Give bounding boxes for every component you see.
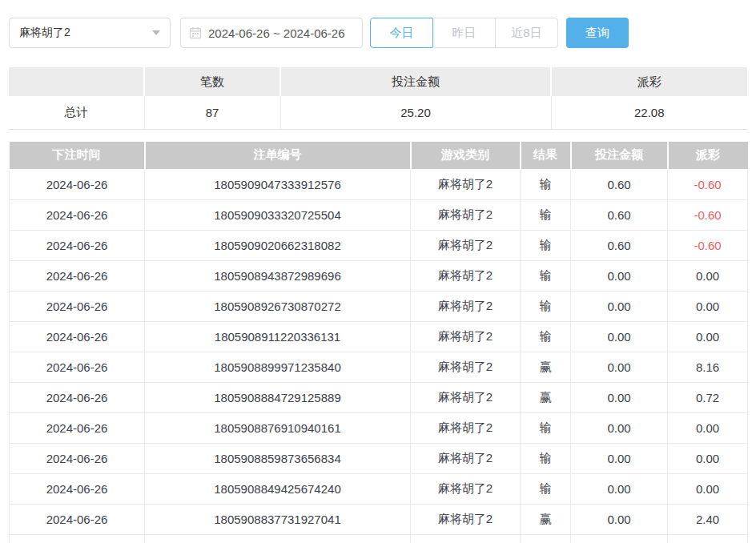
cell-bet-amount: 0.00 bbox=[571, 413, 668, 444]
cell-bet-time: 2024-06-26 bbox=[10, 292, 145, 322]
cell-game-type: 麻将胡了2 bbox=[411, 200, 521, 231]
cell-order-id: 1805908926730870272 bbox=[145, 292, 411, 322]
summary-total-payout: 22.08 bbox=[551, 96, 747, 129]
cell-result: 输 bbox=[521, 200, 571, 231]
cell-bet-time bbox=[10, 535, 145, 543]
header-bet-amount: 投注金额 bbox=[571, 142, 668, 170]
cell-payout: 0.72 bbox=[668, 383, 748, 413]
cell-payout: -0.60 bbox=[668, 170, 748, 200]
date-range-input[interactable]: 2024-06-26 ~ 2024-06-26 bbox=[180, 18, 363, 48]
cell-bet-amount: 0.00 bbox=[571, 322, 668, 352]
cell-payout: 0.00 bbox=[668, 474, 748, 505]
header-bet-time: 下注时间 bbox=[10, 142, 145, 170]
cell-payout: 0.00 bbox=[668, 413, 748, 444]
cell-result: 输 bbox=[521, 474, 571, 505]
cell-order-id: 1805908837731927041 bbox=[145, 505, 411, 535]
cell-order-id: 1805908911220336131 bbox=[145, 322, 411, 352]
table-row: 2024-06-26 1805909047333912576 麻将胡了2 输 0… bbox=[10, 170, 748, 200]
summary-header-payout: 派彩 bbox=[551, 67, 747, 96]
cell-order-id: 1805908884729125889 bbox=[145, 383, 411, 413]
cell-payout bbox=[668, 535, 748, 543]
summary-header-bet-amount: 投注金额 bbox=[280, 67, 551, 96]
quick-range-yesterday-button[interactable]: 昨日 bbox=[432, 18, 496, 48]
cell-payout: -0.60 bbox=[668, 200, 748, 231]
cell-bet-time: 2024-06-26 bbox=[10, 231, 145, 261]
cell-result: 赢 bbox=[521, 352, 571, 383]
cell-result: 赢 bbox=[521, 505, 571, 535]
calendar-icon bbox=[189, 26, 202, 39]
cell-bet-amount: 0.60 bbox=[571, 170, 668, 200]
game-select[interactable]: 麻将胡了2 bbox=[9, 18, 171, 48]
cell-bet-amount: 0.00 bbox=[571, 292, 668, 322]
quick-range-last8days-button[interactable]: 近8日 bbox=[495, 18, 558, 48]
summary-header-row: 笔数 投注金额 派彩 bbox=[9, 67, 747, 96]
header-payout: 派彩 bbox=[668, 142, 748, 170]
table-row: 2024-06-26 1805908859873656834 麻将胡了2 输 0… bbox=[10, 444, 748, 474]
cell-result: 赢 bbox=[521, 383, 571, 413]
table-row: 2024-06-26 1805908876910940161 麻将胡了2 输 0… bbox=[10, 413, 748, 444]
cell-game-type: 麻将胡了2 bbox=[411, 170, 521, 200]
cell-game-type: 麻将胡了2 bbox=[411, 505, 521, 535]
cell-game-type: 麻将胡了2 bbox=[411, 444, 521, 474]
summary-table: 笔数 投注金额 派彩 总计 87 25.20 22.08 bbox=[9, 67, 747, 130]
cell-bet-amount: 0.00 bbox=[571, 261, 668, 292]
summary-total-count: 87 bbox=[144, 96, 280, 129]
quick-range-today-button[interactable]: 今日 bbox=[370, 18, 433, 48]
cell-game-type: 麻将胡了2 bbox=[411, 474, 521, 505]
cell-game-type: 麻将胡了2 bbox=[411, 352, 521, 383]
table-row: 2024-06-26 1805909020662318082 麻将胡了2 输 0… bbox=[10, 231, 748, 261]
cell-bet-time: 2024-06-26 bbox=[10, 352, 145, 383]
cell-bet-time: 2024-06-26 bbox=[10, 170, 145, 200]
cell-result: 输 bbox=[521, 231, 571, 261]
cell-game-type bbox=[411, 535, 521, 543]
table-row: 2024-06-26 1805908943872989696 麻将胡了2 输 0… bbox=[10, 261, 748, 292]
cell-bet-amount: 0.60 bbox=[571, 200, 668, 231]
cell-bet-time: 2024-06-26 bbox=[10, 413, 145, 444]
cell-order-id: 1805908876910940161 bbox=[145, 413, 411, 444]
cell-payout: 0.00 bbox=[668, 292, 748, 322]
summary-total-label: 总计 bbox=[9, 96, 144, 129]
table-row: 2024-06-26 1805908837731927041 麻将胡了2 赢 0… bbox=[10, 505, 748, 535]
cell-game-type: 麻将胡了2 bbox=[411, 292, 521, 322]
table-row-partial bbox=[10, 535, 748, 543]
cell-bet-amount bbox=[571, 535, 668, 543]
cell-bet-time: 2024-06-26 bbox=[10, 200, 145, 231]
cell-game-type: 麻将胡了2 bbox=[411, 413, 521, 444]
table-row: 2024-06-26 1805908926730870272 麻将胡了2 输 0… bbox=[10, 292, 748, 322]
cell-bet-time: 2024-06-26 bbox=[10, 444, 145, 474]
cell-result: 输 bbox=[521, 292, 571, 322]
bet-table-header-row: 下注时间 注单编号 游戏类别 结果 投注金额 派彩 bbox=[10, 142, 748, 170]
header-order-id: 注单编号 bbox=[145, 142, 411, 170]
cell-order-id: 1805908859873656834 bbox=[145, 444, 411, 474]
table-row: 2024-06-26 1805908849425674240 麻将胡了2 输 0… bbox=[10, 474, 748, 505]
cell-order-id bbox=[145, 535, 411, 543]
cell-result: 输 bbox=[521, 322, 571, 352]
cell-bet-time: 2024-06-26 bbox=[10, 383, 145, 413]
cell-game-type: 麻将胡了2 bbox=[411, 231, 521, 261]
bet-records-table: 下注时间 注单编号 游戏类别 结果 投注金额 派彩 2024-06-26 180… bbox=[9, 142, 748, 543]
cell-bet-time: 2024-06-26 bbox=[10, 474, 145, 505]
cell-order-id: 1805909047333912576 bbox=[145, 170, 411, 200]
cell-bet-amount: 0.00 bbox=[571, 474, 668, 505]
cell-result bbox=[521, 535, 571, 543]
summary-header-empty bbox=[9, 67, 144, 96]
cell-bet-amount: 0.00 bbox=[571, 505, 668, 535]
cell-payout: 8.16 bbox=[668, 352, 748, 383]
cell-order-id: 1805909033320725504 bbox=[145, 200, 411, 231]
cell-result: 输 bbox=[521, 261, 571, 292]
cell-payout: 0.00 bbox=[668, 261, 748, 292]
cell-order-id: 1805908943872989696 bbox=[145, 261, 411, 292]
game-select-value: 麻将胡了2 bbox=[19, 26, 70, 40]
query-button[interactable]: 查询 bbox=[566, 18, 629, 48]
cell-result: 输 bbox=[521, 413, 571, 444]
cell-bet-amount: 0.60 bbox=[571, 231, 668, 261]
cell-bet-amount: 0.00 bbox=[571, 444, 668, 474]
cell-payout: 0.00 bbox=[668, 322, 748, 352]
cell-payout: 2.40 bbox=[668, 505, 748, 535]
filter-bar: 麻将胡了2 2024-06-26 ~ 2024-06-26 今日 昨日 近8日 … bbox=[9, 18, 756, 48]
caret-down-icon bbox=[152, 30, 160, 35]
cell-bet-time: 2024-06-26 bbox=[10, 261, 145, 292]
cell-result: 输 bbox=[521, 444, 571, 474]
cell-game-type: 麻将胡了2 bbox=[411, 261, 521, 292]
cell-bet-amount: 0.00 bbox=[571, 383, 668, 413]
